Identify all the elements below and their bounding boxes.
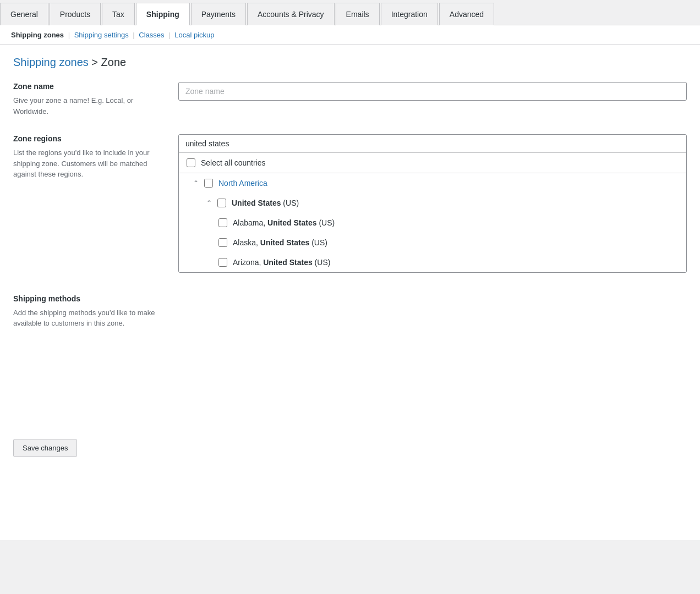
tab-accounts-privacy[interactable]: Accounts & Privacy bbox=[247, 3, 335, 25]
breadcrumb-separator: > bbox=[91, 56, 101, 68]
zone-name-section: Zone name Give your zone a name! E.g. Lo… bbox=[13, 82, 687, 117]
alabama-label: Alabama, United States (US) bbox=[233, 218, 335, 227]
breadcrumb-shipping-zones-link[interactable]: Shipping zones bbox=[13, 56, 89, 68]
breadcrumb-current: Zone bbox=[101, 56, 127, 68]
zone-regions-dropdown: Select all countries ⌃ North America ⌃ bbox=[178, 134, 687, 273]
shipping-methods-description: Add the shipping methods you'd like to m… bbox=[13, 307, 165, 329]
alabama-suffix: (US) bbox=[317, 218, 335, 227]
zone-name-heading: Zone name bbox=[13, 82, 165, 91]
united-states-bold: United States bbox=[232, 199, 281, 207]
save-changes-button[interactable]: Save changes bbox=[13, 439, 77, 457]
united-states-chevron[interactable]: ⌃ bbox=[205, 199, 213, 207]
select-all-countries-item[interactable]: Select all countries bbox=[179, 153, 686, 173]
alaska-item[interactable]: Alaska, United States (US) bbox=[179, 233, 686, 252]
zone-regions-label-col: Zone regions List the regions you'd like… bbox=[13, 134, 178, 457]
subnav-sep1: | bbox=[68, 31, 70, 39]
tab-advanced[interactable]: Advanced bbox=[439, 3, 494, 25]
subnav-sep2: | bbox=[133, 31, 134, 39]
zone-name-field-col bbox=[178, 82, 687, 117]
select-all-checkbox[interactable] bbox=[187, 158, 195, 167]
breadcrumb: Shipping zones > Zone bbox=[13, 56, 687, 69]
tab-shipping[interactable]: Shipping bbox=[136, 3, 190, 25]
arizona-checkbox[interactable] bbox=[218, 258, 227, 267]
alaska-bold: United States bbox=[260, 238, 309, 247]
arizona-item[interactable]: Arizona, United States (US) bbox=[179, 252, 686, 272]
tab-emails[interactable]: Emails bbox=[336, 3, 380, 25]
alabama-text: Alabama, bbox=[233, 218, 267, 227]
zone-regions-description: List the regions you'd like to include i… bbox=[13, 147, 165, 180]
shipping-methods-heading: Shipping methods bbox=[13, 294, 165, 303]
tab-bar: General Products Tax Shipping Payments A… bbox=[0, 0, 700, 25]
select-all-label: Select all countries bbox=[201, 158, 266, 167]
dropdown-list: Select all countries ⌃ North America ⌃ bbox=[179, 153, 686, 272]
united-states-suffix: (US) bbox=[283, 199, 299, 207]
north-america-item[interactable]: ⌃ North America bbox=[179, 173, 686, 193]
north-america-label: North America bbox=[218, 179, 267, 188]
arizona-label: Arizona, United States (US) bbox=[233, 258, 330, 267]
tab-integration[interactable]: Integration bbox=[381, 3, 438, 25]
zone-regions-search-input[interactable] bbox=[179, 135, 686, 153]
zone-regions-heading: Zone regions bbox=[13, 134, 165, 143]
alabama-bold: United States bbox=[267, 218, 316, 227]
tab-payments[interactable]: Payments bbox=[191, 3, 246, 25]
zone-name-input[interactable] bbox=[178, 82, 687, 101]
alaska-suffix: (US) bbox=[309, 238, 327, 247]
united-states-item[interactable]: ⌃ United States (US) bbox=[179, 193, 686, 213]
zone-name-description: Give your zone a name! E.g. Local, or Wo… bbox=[13, 95, 165, 117]
tab-general[interactable]: General bbox=[0, 3, 48, 25]
alaska-label: Alaska, United States (US) bbox=[233, 238, 327, 247]
subnav-local-pickup[interactable]: Local pickup bbox=[174, 31, 214, 39]
alaska-text: Alaska, bbox=[233, 238, 260, 247]
arizona-bold: United States bbox=[263, 258, 312, 267]
subnav-shipping-zones-label: Shipping zones bbox=[11, 31, 64, 39]
arizona-suffix: (US) bbox=[313, 258, 331, 267]
north-america-chevron[interactable]: ⌃ bbox=[192, 179, 200, 187]
alaska-checkbox[interactable] bbox=[218, 238, 227, 247]
north-america-checkbox[interactable] bbox=[204, 179, 213, 188]
sub-navigation: Shipping zones | Shipping settings | Cla… bbox=[0, 25, 700, 45]
united-states-checkbox[interactable] bbox=[217, 199, 226, 207]
alabama-item[interactable]: Alabama, United States (US) bbox=[179, 213, 686, 233]
page-content: Shipping zones > Zone Zone name Give you… bbox=[0, 45, 700, 540]
zone-regions-section: Zone regions List the regions you'd like… bbox=[13, 134, 687, 457]
tab-tax[interactable]: Tax bbox=[102, 3, 135, 25]
zone-regions-field-col: Select all countries ⌃ North America ⌃ bbox=[178, 134, 687, 457]
subnav-shipping-settings[interactable]: Shipping settings bbox=[74, 31, 129, 39]
subnav-sep3: | bbox=[168, 31, 170, 39]
subnav-classes[interactable]: Classes bbox=[139, 31, 164, 39]
united-states-label: United States (US) bbox=[232, 199, 299, 207]
zone-name-label-col: Zone name Give your zone a name! E.g. Lo… bbox=[13, 82, 178, 117]
alabama-checkbox[interactable] bbox=[218, 218, 227, 227]
arizona-text: Arizona, bbox=[233, 258, 263, 267]
tab-products[interactable]: Products bbox=[50, 3, 101, 25]
